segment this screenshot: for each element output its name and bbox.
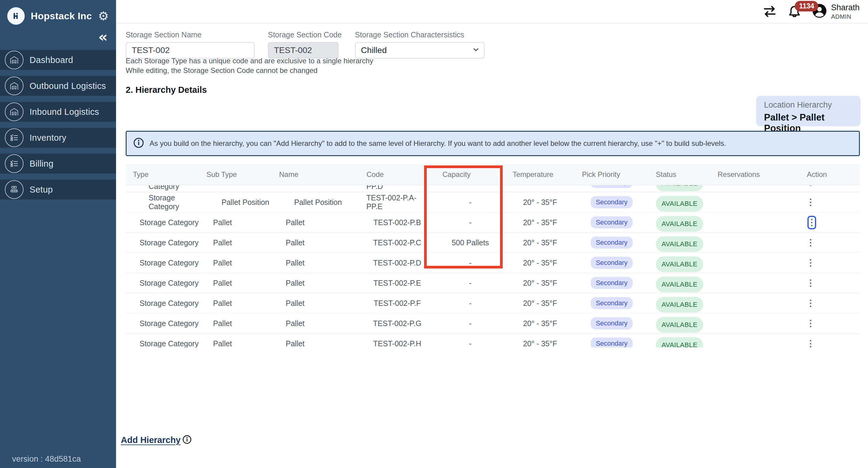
storage-section-characteristics-select[interactable]: Chilled [355, 42, 485, 59]
user-name: Sharath [831, 3, 860, 12]
gear-icon[interactable]: ⚙ [98, 10, 109, 22]
table-scroll-area[interactable]: Storage Category Pallet Position Pallet … [126, 185, 860, 347]
cell-sub-type: Pallet [199, 279, 272, 287]
cell-capacity: - [435, 299, 505, 308]
cell-status: AVAILABLE [649, 235, 710, 250]
warehouse-icon [5, 51, 24, 69]
cell-temperature: 20° - 35°F [505, 238, 575, 247]
pick-priority-badge: Secondary [591, 317, 632, 330]
row-actions-kebab-icon[interactable] [807, 237, 814, 249]
cell-status: AVAILABLE [649, 315, 710, 331]
table-row: Storage Category Pallet Pallet TEST-002-… [126, 253, 860, 273]
cell-sub-type: Pallet [199, 258, 272, 267]
help-text-unique-code: Each Storage Type has a unique code and … [126, 57, 373, 65]
location-hierarchy-label: Location Hierarchy [764, 100, 852, 110]
cell-name: Pallet Position [272, 198, 359, 207]
cell-type: Storage Category [126, 185, 185, 191]
row-actions-kebab-icon[interactable] [807, 196, 814, 209]
cell-sub-type: Pallet [199, 299, 272, 308]
cell-code: TEST-002-P.C [359, 238, 435, 247]
row-actions-kebab-icon[interactable] [807, 338, 814, 348]
cell-pick-priority: Secondary [575, 317, 649, 330]
cell-name: Pallet [272, 319, 359, 328]
cell-name: Pallet [272, 299, 359, 308]
cell-pick-priority: Secondary [575, 196, 649, 208]
cell-action [800, 257, 860, 269]
cell-type: Storage Category [126, 193, 185, 211]
table-header-row: TypeSub TypeNameCodeCapacityTemperatureP… [126, 164, 860, 185]
cell-status: AVAILABLE [649, 295, 710, 311]
cell-temperature: 20° - 35°F [505, 299, 575, 308]
cell-code: TEST-002-P.D [359, 258, 435, 267]
cell-action [800, 237, 860, 249]
cell-action [800, 216, 860, 229]
sidebar: Hopstack Inc ⚙ « DashboardOutbound Logis… [0, 0, 116, 468]
hopstack-logo [7, 7, 25, 25]
sidebar-item-label: Outbound Logistics [30, 81, 106, 91]
table-row: Storage Category Pallet Position Pallet … [126, 185, 860, 192]
warehouse-icon [5, 76, 24, 95]
sidebar-item-dashboard[interactable]: Dashboard [0, 50, 116, 70]
column-header-capacity: Capacity [435, 170, 505, 179]
pick-priority-badge: Secondary [591, 257, 632, 269]
table-row: Storage Category Pallet Pallet TEST-002-… [126, 293, 860, 313]
row-actions-kebab-icon[interactable] [807, 317, 814, 330]
column-header-name: Name [272, 170, 359, 179]
cell-type: Storage Category [126, 218, 199, 227]
row-actions-kebab-icon[interactable] [807, 257, 814, 269]
cell-sub-type: Pallet [199, 218, 272, 227]
cell-type: Storage Category [126, 319, 199, 328]
sidebar-item-billing[interactable]: Billing [0, 154, 116, 174]
cell-capacity: - [435, 198, 505, 207]
pick-priority-badge: Secondary [591, 297, 632, 309]
cell-temperature: 20° - 35°F [505, 319, 575, 328]
table-row: Storage Category Pallet Position Pallet … [126, 192, 860, 213]
topbar: 1134 Sharath ADMIN [116, 0, 868, 24]
help-text-code-locked: While editing, the Storage Section Code … [126, 66, 317, 75]
cell-type: Storage Category [126, 299, 199, 308]
cell-name: Pallet Position [272, 185, 359, 187]
sidebar-collapse-icon[interactable]: « [98, 30, 107, 44]
user-menu[interactable]: Sharath ADMIN [812, 3, 860, 20]
storage-section-name-input[interactable] [126, 42, 255, 59]
info-banner-text: As you build on the hierarchy, you can "… [150, 139, 726, 148]
row-actions-kebab-icon[interactable] [807, 216, 816, 229]
status-badge: AVAILABLE [656, 256, 703, 272]
checklist-icon [5, 128, 24, 147]
cell-code: TEST-002-P.F [359, 299, 435, 308]
cell-action [800, 185, 860, 188]
sidebar-item-inbound-logistics[interactable]: Inbound Logistics [0, 102, 116, 122]
row-actions-kebab-icon[interactable] [807, 277, 814, 289]
transfer-arrows-icon[interactable] [763, 5, 777, 18]
cell-action [800, 317, 860, 330]
warehouse-icon [5, 102, 24, 121]
cell-name: Pallet [272, 258, 359, 267]
cell-temperature: 20° - 35°F [505, 218, 575, 227]
sidebar-item-outbound-logistics[interactable]: Outbound Logistics [0, 76, 116, 96]
cell-type: Storage Category [126, 339, 199, 348]
cell-type: Storage Category [126, 258, 199, 267]
add-hierarchy-link[interactable]: Add Hierarchy [121, 435, 181, 445]
row-actions-kebab-icon[interactable] [807, 185, 814, 188]
cell-temperature: 20° - 35°F [505, 258, 575, 267]
cell-code: TEST-002-P.A-PP.E [359, 193, 435, 211]
sidebar-item-label: Dashboard [30, 55, 73, 65]
cell-code: TEST-002-P.E [359, 279, 435, 287]
sidebar-item-inventory[interactable]: Inventory [0, 128, 116, 148]
cell-name: Pallet [272, 218, 359, 227]
column-header-code: Code [359, 170, 435, 179]
cell-type: Storage Category [126, 279, 199, 287]
cell-sub-type: Pallet Position [199, 198, 272, 207]
pick-priority-badge: Secondary [591, 237, 632, 249]
cell-status: AVAILABLE [649, 194, 710, 210]
pick-priority-badge: Secondary [591, 216, 632, 228]
cell-name: Pallet [272, 339, 359, 348]
sidebar-item-setup[interactable]: Setup [0, 180, 116, 199]
info-banner: As you build on the hierarchy, you can "… [126, 131, 860, 156]
sidebar-item-label: Inventory [30, 133, 66, 143]
cell-action [800, 297, 860, 310]
cell-code: TEST-002-P.B [359, 218, 435, 227]
row-actions-kebab-icon[interactable] [807, 297, 814, 310]
add-hierarchy-info-icon[interactable] [182, 435, 192, 445]
cell-sub-type: Pallet Position [199, 185, 272, 187]
